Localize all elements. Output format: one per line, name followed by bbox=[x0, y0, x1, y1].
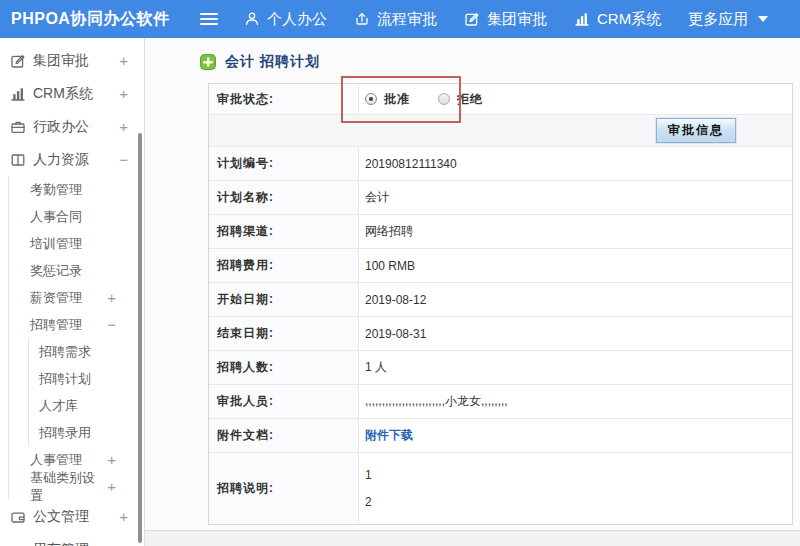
radio-option-label[interactable]: 批准 bbox=[384, 91, 410, 108]
approve-info-button[interactable]: 审批信息 bbox=[656, 118, 736, 143]
add-plus-icon[interactable] bbox=[200, 54, 216, 70]
sidebar-item-9[interactable]: 薪资管理+ bbox=[0, 284, 144, 311]
sidebar-item-label: 招聘计划 bbox=[39, 370, 91, 388]
collapse-minus-icon[interactable]: − bbox=[119, 151, 128, 168]
sidebar-item-12[interactable]: 招聘计划 bbox=[0, 365, 144, 392]
sidebar-item-label: 用车管理 bbox=[33, 541, 89, 546]
menu-toggle-icon[interactable] bbox=[200, 10, 218, 28]
status-options: 批准拒绝 bbox=[358, 84, 792, 114]
field-row: 招聘人数:1 人 bbox=[209, 350, 792, 384]
sidebar-item-label: 薪资管理 bbox=[30, 289, 82, 307]
nav-item-2[interactable]: 流程审批 bbox=[354, 10, 437, 29]
sidebar-item-label: 公文管理 bbox=[33, 508, 89, 526]
attachment-download-link[interactable]: 附件下载 bbox=[365, 427, 413, 444]
field-label: 计划编号: bbox=[209, 147, 358, 180]
sidebar-item-2[interactable]: CRM系统+ bbox=[0, 77, 144, 110]
field-row: 招聘费用:100 RMB bbox=[209, 248, 792, 282]
field-value-line: 2 bbox=[365, 489, 792, 516]
field-value: ,,,,,,,,,,,,,,,,,,,,,,,,小龙女,,,,,,,, bbox=[358, 385, 792, 418]
expand-plus-icon[interactable]: + bbox=[107, 289, 116, 306]
field-value: 网络招聘 bbox=[358, 215, 792, 248]
page-title: 会计 招聘计划 bbox=[225, 53, 320, 71]
sidebar-item-label: 培训管理 bbox=[30, 235, 82, 253]
toolbar-row: 审批信息 bbox=[209, 114, 792, 146]
nav-item-label: 流程审批 bbox=[377, 10, 437, 29]
sidebar-item-18[interactable]: 用车管理+ bbox=[0, 533, 144, 546]
field-value: 2019-08-12 bbox=[358, 283, 792, 316]
truck-icon bbox=[10, 542, 26, 546]
wallet-icon bbox=[10, 509, 26, 525]
field-row: 招聘说明:12 bbox=[209, 452, 792, 524]
sidebar-item-4[interactable]: 人力资源− bbox=[0, 143, 144, 176]
caret-down-icon bbox=[758, 16, 768, 22]
nav-item-4[interactable]: CRM系统 bbox=[574, 10, 661, 29]
field-value: 附件下载 bbox=[358, 419, 792, 452]
expand-plus-icon[interactable]: + bbox=[107, 451, 116, 468]
field-label: 计划名称: bbox=[209, 181, 358, 214]
expand-plus-icon[interactable]: + bbox=[119, 85, 128, 102]
field-label: 结束日期: bbox=[209, 317, 358, 350]
radio-selected[interactable] bbox=[365, 93, 377, 105]
expand-plus-icon[interactable]: + bbox=[119, 52, 128, 69]
field-row: 开始日期:2019-08-12 bbox=[209, 282, 792, 316]
sidebar-item-label: 人力资源 bbox=[33, 151, 89, 169]
nav-item-label: CRM系统 bbox=[597, 10, 661, 29]
sidebar-item-label: 招聘录用 bbox=[39, 424, 91, 442]
field-value: 100 RMB bbox=[358, 249, 792, 282]
book-icon bbox=[10, 152, 26, 168]
expand-plus-icon[interactable]: + bbox=[119, 508, 128, 525]
flow-upload-icon bbox=[354, 11, 370, 27]
field-label: 附件文档: bbox=[209, 419, 358, 452]
field-label: 招聘费用: bbox=[209, 249, 358, 282]
user-icon bbox=[244, 11, 260, 27]
edit-icon bbox=[464, 11, 480, 27]
expand-plus-icon[interactable]: + bbox=[119, 118, 128, 135]
sidebar-item-1[interactable]: 集团审批+ bbox=[0, 44, 144, 77]
main-content: 会计 招聘计划 审批状态:批准拒绝审批信息计划编号:20190812111340… bbox=[145, 38, 800, 546]
sidebar-item-14[interactable]: 招聘录用 bbox=[0, 419, 144, 446]
status-label: 审批状态: bbox=[209, 84, 358, 114]
field-label: 开始日期: bbox=[209, 283, 358, 316]
radio-unselected[interactable] bbox=[438, 93, 450, 105]
expand-plus-icon[interactable]: + bbox=[119, 541, 128, 546]
nav-item-label: 集团审批 bbox=[487, 10, 547, 29]
collapse-minus-icon[interactable]: − bbox=[107, 316, 116, 333]
briefcase-icon bbox=[10, 119, 26, 135]
sidebar-item-label: 人事合同 bbox=[30, 208, 82, 226]
nav-item-1[interactable]: 个人办公 bbox=[244, 10, 327, 29]
sidebar-item-11[interactable]: 招聘需求 bbox=[0, 338, 144, 365]
sidebar-item-6[interactable]: 人事合同 bbox=[0, 203, 144, 230]
field-row: 审批人员:,,,,,,,,,,,,,,,,,,,,,,,,小龙女,,,,,,,, bbox=[209, 384, 792, 418]
sidebar-item-label: 行政办公 bbox=[33, 118, 89, 136]
sidebar-item-label: 集团审批 bbox=[33, 52, 89, 70]
topbar: PHPOA协同办公软件 个人办公流程审批集团审批CRM系统更多应用 bbox=[0, 0, 800, 38]
field-value: 20190812111340 bbox=[358, 147, 792, 180]
app-logo: PHPOA协同办公软件 bbox=[0, 9, 150, 30]
sidebar-item-10[interactable]: 招聘管理− bbox=[0, 311, 144, 338]
nav-item-label: 更多应用 bbox=[688, 10, 748, 29]
field-value-line: 1 bbox=[365, 462, 792, 489]
field-row: 计划编号:20190812111340 bbox=[209, 146, 792, 180]
sidebar-item-label: 人才库 bbox=[39, 397, 78, 415]
field-value: 1 人 bbox=[358, 351, 792, 384]
field-row: 附件文档:附件下载 bbox=[209, 418, 792, 452]
status-row: 审批状态:批准拒绝 bbox=[209, 84, 792, 114]
top-nav: 个人办公流程审批集团审批CRM系统更多应用 bbox=[244, 10, 795, 29]
sidebar-item-5[interactable]: 考勤管理 bbox=[0, 176, 144, 203]
sidebar-item-13[interactable]: 人才库 bbox=[0, 392, 144, 419]
sidebar-item-17[interactable]: 公文管理+ bbox=[0, 500, 144, 533]
radio-option-label[interactable]: 拒绝 bbox=[457, 91, 483, 108]
nav-item-5[interactable]: 更多应用 bbox=[688, 10, 768, 29]
sidebar-item-8[interactable]: 奖惩记录 bbox=[0, 257, 144, 284]
field-row: 结束日期:2019-08-31 bbox=[209, 316, 792, 350]
sidebar-item-7[interactable]: 培训管理 bbox=[0, 230, 144, 257]
sidebar: 集团审批+CRM系统+行政办公+人力资源−考勤管理人事合同培训管理奖惩记录薪资管… bbox=[0, 38, 145, 546]
page-title-row: 会计 招聘计划 bbox=[200, 53, 800, 71]
sidebar-item-16[interactable]: 基础类别设置+ bbox=[0, 473, 144, 500]
nav-item-3[interactable]: 集团审批 bbox=[464, 10, 547, 29]
sidebar-item-label: 招聘需求 bbox=[39, 343, 91, 361]
expand-plus-icon[interactable]: + bbox=[107, 478, 116, 495]
field-value: 会计 bbox=[358, 181, 792, 214]
sidebar-item-3[interactable]: 行政办公+ bbox=[0, 110, 144, 143]
field-row: 计划名称:会计 bbox=[209, 180, 792, 214]
